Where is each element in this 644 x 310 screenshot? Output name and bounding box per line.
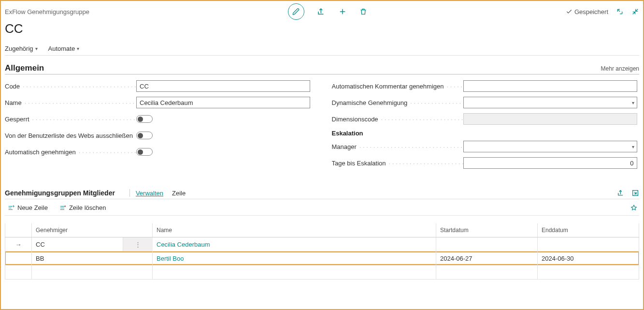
cell-start[interactable]: 2024-06-27 [436, 251, 538, 265]
label-dim-code: Dimensionscode [332, 116, 463, 123]
chevron-down-icon: ▾ [35, 46, 38, 51]
cell-approver-value: BB [36, 255, 44, 262]
share-button[interactable] [317, 7, 326, 16]
members-expand-button[interactable] [631, 189, 639, 197]
new-line-icon [8, 205, 14, 211]
table-row[interactable]: → CC ⋮ Cecilia Cederbaum [5, 237, 639, 251]
trash-icon [359, 7, 367, 16]
row-selector[interactable]: → [5, 237, 32, 251]
members-title: Genehmigungsgruppen Mitglieder [5, 189, 115, 197]
table-row-empty[interactable] [5, 266, 639, 280]
dim-code-input [463, 113, 637, 125]
code-input[interactable] [136, 80, 310, 92]
cell-end[interactable] [538, 237, 639, 251]
label-auto-approve: Automatisch genehmigen [5, 148, 136, 156]
share-icon [317, 7, 326, 16]
cell-name[interactable]: Cecilia Cederbaum [153, 237, 436, 251]
nav-automate-label: Automate [48, 45, 75, 52]
cell-approver[interactable]: CC ⋮ [32, 237, 153, 251]
label-manager: Manager [332, 143, 463, 150]
label-exclude-web: Von der Benutzerliste des Webs ausschlie… [5, 132, 136, 139]
table-row[interactable]: BB Bertil Boo 2024-06-27 2024-06-30 [5, 251, 639, 266]
svg-point-1 [9, 206, 10, 206]
new-line-label: Neue Zeile [17, 204, 48, 211]
row-selector[interactable] [5, 251, 32, 265]
nav-related[interactable]: Zugehörig ▾ [5, 45, 38, 52]
saved-indicator: Gespeichert [566, 8, 608, 15]
show-more-link[interactable]: Mehr anzeigen [601, 65, 639, 72]
breadcrumb: ExFlow Genehmigungsgruppe [5, 8, 89, 15]
label-name: Name [5, 99, 136, 106]
share-icon [617, 189, 625, 197]
delete-line-button[interactable]: Zeile löschen [59, 204, 106, 211]
label-auto-comment: Automatischen Kommentar genehmigen [332, 83, 463, 90]
dyn-approval-select[interactable] [463, 97, 637, 108]
section-general-title: Allgemein [5, 63, 44, 73]
page-title: CC [5, 21, 639, 36]
col-end[interactable]: Enddatum [538, 223, 639, 237]
days-escalation-input[interactable] [463, 157, 637, 169]
label-code: Code [5, 83, 136, 90]
blocked-toggle[interactable] [136, 115, 153, 123]
col-name[interactable]: Name [153, 223, 436, 237]
manager-select[interactable] [463, 141, 637, 152]
line-link[interactable]: Zeile [172, 190, 186, 197]
cell-approver[interactable]: BB [32, 251, 153, 265]
approver-dropdown-handle[interactable]: ⋮ [123, 237, 153, 251]
cell-start[interactable] [436, 237, 538, 251]
pin-icon [630, 205, 637, 211]
saved-label: Gespeichert [574, 8, 608, 15]
cell-end[interactable]: 2024-06-30 [538, 251, 639, 265]
pencil-icon [292, 8, 300, 15]
popout-icon [616, 8, 624, 15]
cell-name[interactable]: Bertil Boo [153, 251, 436, 265]
escalation-subhead: Eskalation [332, 130, 640, 137]
collapse-icon [631, 8, 639, 15]
delete-button[interactable] [359, 7, 367, 16]
col-approver[interactable]: Genehmiger [32, 223, 153, 237]
new-button[interactable] [338, 7, 347, 16]
chevron-down-icon: ▾ [77, 46, 79, 51]
members-share-button[interactable] [617, 189, 625, 197]
edit-button[interactable] [288, 3, 304, 20]
popout-button[interactable] [616, 8, 624, 15]
collapse-button[interactable] [631, 8, 639, 15]
col-select [5, 223, 32, 237]
label-dyn-approval: Dynamische Genehmigung [332, 99, 463, 106]
new-line-button[interactable]: Neue Zeile [8, 204, 48, 211]
nav-related-label: Zugehörig [5, 45, 33, 52]
cell-approver-value: CC [36, 241, 45, 248]
exclude-web-toggle[interactable] [136, 132, 153, 139]
pin-button[interactable] [630, 205, 637, 211]
delete-line-icon [59, 205, 66, 211]
auto-approve-toggle[interactable] [136, 148, 153, 156]
label-blocked: Gesperrt [5, 116, 136, 123]
name-input[interactable] [136, 97, 310, 108]
check-icon [566, 8, 572, 15]
manage-link[interactable]: Verwalten [136, 190, 163, 197]
nav-automate[interactable]: Automate ▾ [48, 45, 80, 52]
plus-icon [338, 7, 347, 16]
delete-line-label: Zeile löschen [69, 204, 106, 211]
auto-comment-input[interactable] [463, 80, 637, 92]
label-days-escalation: Tage bis Eskalation [332, 160, 463, 167]
expand-icon [631, 189, 639, 197]
col-start[interactable]: Startdatum [436, 223, 538, 237]
